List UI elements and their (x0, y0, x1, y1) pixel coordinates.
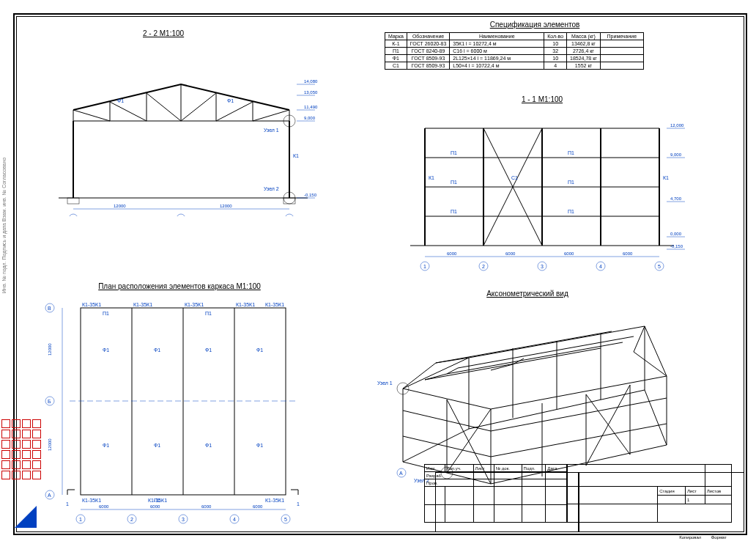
footer-copy: Копировал (679, 535, 701, 540)
svg-text:Ф1: Ф1 (117, 98, 124, 103)
svg-line-161 (447, 342, 623, 374)
svg-text:К1-35К1: К1-35К1 (82, 302, 101, 307)
svg-line-14 (110, 102, 147, 121)
c (600, 55, 643, 62)
svg-text:9,000: 9,000 (670, 152, 682, 157)
svg-line-16 (181, 93, 216, 121)
c: 13462,8 кг (567, 40, 601, 48)
svg-text:3: 3 (541, 264, 544, 269)
svg-text:6000: 6000 (447, 251, 457, 256)
c: П1 (385, 48, 407, 55)
plan-svg: Ф1 Ф1 Ф1 Ф1 Ф1 Ф1 Ф1 Ф1 К1-35К1 К1-35К1 … (37, 293, 315, 528)
c: К-1 (385, 40, 407, 48)
svg-text:14,080: 14,080 (304, 79, 318, 84)
svg-text:К1: К1 (293, 153, 299, 158)
svg-text:П1: П1 (568, 150, 574, 155)
section11-title: 1 - 1 М1:100 (476, 95, 608, 103)
cursor-icon (15, 506, 37, 528)
tb: Пров. (425, 479, 474, 487)
c: 10 (544, 55, 567, 62)
titleblock-right: СтадияЛистЛистов 1 (578, 472, 744, 532)
svg-text:6000: 6000 (564, 251, 574, 256)
svg-text:12000: 12000 (48, 343, 52, 356)
svg-line-155 (491, 398, 667, 431)
c: 32 (544, 48, 567, 55)
titleblock-left: Изм.Кол.уч.Лист№ док.Подп.Дата Разраб. П… (435, 472, 579, 532)
svg-text:9,000: 9,000 (304, 116, 316, 120)
svg-text:К1: К1 (429, 175, 434, 180)
svg-text:6000: 6000 (253, 504, 263, 509)
svg-line-17 (216, 102, 253, 121)
svg-text:Ф1: Ф1 (103, 347, 109, 353)
spec-h4: Масса (кг) (567, 33, 601, 40)
svg-text:4: 4 (233, 517, 236, 522)
svg-text:К1-35К1: К1-35К1 (236, 302, 255, 307)
svg-text:К1-35К1: К1-35К1 (82, 498, 101, 503)
c: 4 (544, 62, 567, 70)
svg-text:Ф1: Ф1 (256, 347, 263, 353)
svg-text:С1: С1 (511, 175, 518, 180)
svg-text:12,000: 12,000 (670, 123, 684, 128)
svg-text:1: 1 (79, 517, 82, 522)
c: L50×4 l = 10722,4 м (450, 62, 544, 70)
c: С16 l = 6000 м (450, 48, 544, 55)
svg-text:Ф1: Ф1 (205, 443, 212, 448)
svg-text:Ф1: Ф1 (205, 347, 212, 353)
svg-text:П1: П1 (568, 209, 574, 214)
svg-text:Ф1: Ф1 (103, 443, 109, 448)
drawing-page: Спецификация элементов Марка Обозначение… (0, 0, 756, 541)
spec-h2: Наименование (450, 33, 544, 40)
section22-title: 2 - 2 М1:100 (143, 29, 184, 37)
svg-text:12000: 12000 (48, 438, 52, 451)
sidebar-text: Инв. № подл. Подпись и дата Взам. инв. №… (1, 286, 221, 293)
svg-text:П1: П1 (154, 498, 160, 503)
svg-text:Б: Б (48, 399, 51, 404)
c: 10 (544, 40, 567, 48)
section22-svg: 14,080 13,050 11,490 9,000 -0,150 12000 … (44, 40, 322, 216)
svg-text:0,000: 0,000 (670, 232, 682, 236)
svg-text:П1: П1 (451, 209, 457, 214)
svg-text:П1: П1 (568, 180, 574, 185)
svg-text:1: 1 (66, 501, 69, 507)
svg-text:1: 1 (297, 501, 300, 507)
c: ГОСТ 8240-89 (407, 48, 449, 55)
svg-text:К1-35К1: К1-35К1 (265, 498, 284, 503)
c: 2726,4 кг (567, 48, 601, 55)
svg-rect-4 (284, 198, 295, 204)
svg-rect-3 (67, 198, 79, 204)
c (600, 40, 643, 48)
c (600, 62, 643, 70)
spec-table: Марка Обозначение Наименование Кол-во Ма… (385, 32, 644, 70)
c: Ф1 (385, 55, 407, 62)
svg-text:К1-35К1: К1-35К1 (265, 302, 284, 307)
svg-text:6000: 6000 (99, 504, 109, 509)
c: 2L125×14 l = 11869,24 м (450, 55, 544, 62)
svg-line-13 (73, 110, 110, 121)
c: ГОСТ 26020-83 (407, 40, 449, 48)
svg-text:4,700: 4,700 (670, 196, 682, 201)
svg-text:11,490: 11,490 (304, 105, 318, 109)
svg-text:Узел 1: Узел 1 (264, 128, 279, 133)
svg-line-156 (491, 424, 667, 457)
svg-text:Ф1: Ф1 (256, 443, 263, 448)
tb: Подп. (522, 465, 546, 472)
c: ГОСТ 8509-93 (407, 62, 449, 70)
svg-text:А: А (399, 471, 403, 476)
svg-text:12000: 12000 (220, 204, 232, 208)
svg-text:П1: П1 (205, 311, 212, 316)
tb: Лист (685, 487, 705, 496)
axono-title: Аксонометрический вид (454, 290, 601, 298)
tb: 1 (685, 496, 705, 504)
section11-svg: 12,000 9,000 4,700 0,000 -0,150 6000 600… (388, 106, 696, 275)
svg-text:6000: 6000 (150, 504, 160, 509)
tb: Изм. (425, 465, 445, 472)
svg-line-163 (458, 336, 634, 368)
spec-h0: Марка (385, 33, 407, 40)
svg-text:В: В (48, 306, 51, 311)
svg-text:5: 5 (284, 517, 287, 522)
c: С1 (385, 62, 407, 70)
c: 35К1 l = 10272,4 м (450, 40, 544, 48)
svg-text:6000: 6000 (505, 251, 516, 256)
axono-svg: Узел 1 Узел 2 А (359, 301, 703, 491)
svg-text:К1-35К1: К1-35К1 (133, 302, 152, 307)
